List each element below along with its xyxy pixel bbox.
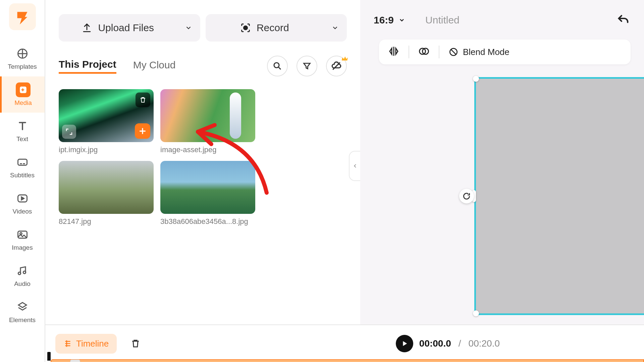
tab-this-project[interactable]: This Project [59,59,116,74]
left-sidebar: Templates Media Text Subtitles Videos Im… [0,0,45,362]
nav-media[interactable]: Media [0,76,45,113]
nav-templates[interactable]: Templates [0,40,45,76]
timeline-clip[interactable] [51,359,644,362]
timeline-icon [63,339,72,348]
media-thumb[interactable]: image-asset.jpeg [160,89,255,154]
elements-icon [15,300,30,314]
record-button[interactable]: Record [206,14,347,42]
media-thumb[interactable]: 3b38a606abe3456a...8.jpg [160,161,255,226]
videos-icon [15,191,30,206]
undo-button[interactable] [616,13,631,27]
add-media-button[interactable] [135,123,150,139]
blend-icon [448,47,459,57]
media-thumb[interactable]: ipt.imgix.jpg [59,89,154,154]
clip-handle[interactable] [70,360,80,362]
play-icon [401,340,408,347]
record-dropdown[interactable] [323,24,347,32]
search-icon [272,61,282,71]
media-filename: image-asset.jpeg [160,145,255,154]
time-total: 00:20.0 [469,338,500,349]
trash-icon [130,338,141,349]
timeline-track[interactable] [45,357,644,362]
chevron-down-icon [185,24,192,32]
canvas-panel: 16:9 Untitled Blend Mode [360,0,644,362]
project-title[interactable]: Untitled [425,14,460,26]
chevron-down-icon [398,17,405,23]
nav-text[interactable]: Text [0,113,45,149]
cloud-sync-button[interactable] [326,56,347,76]
nav-label: Videos [13,208,32,215]
svg-point-7 [244,26,247,29]
text-icon [15,119,30,133]
timeline-button[interactable]: Timeline [55,334,117,354]
nav-elements[interactable]: Elements [0,294,45,330]
time-current: 00:00.0 [419,338,451,349]
timeline-label: Timeline [76,339,109,349]
nav-label: Text [16,135,28,143]
svg-point-8 [274,63,279,68]
filter-icon [302,61,312,71]
subtitles-icon [15,155,30,170]
svg-rect-1 [18,159,27,165]
resize-handle[interactable] [473,76,479,82]
canvas-toolbar: Blend Mode [379,40,631,64]
mask-icon [418,45,430,57]
nav-videos[interactable]: Videos [0,185,45,221]
rotate-button[interactable] [459,189,474,203]
blend-mode-label: Blend Mode [463,47,509,57]
collapse-panel-button[interactable] [349,151,361,181]
delete-clip-button[interactable] [129,337,142,350]
record-icon [240,22,251,34]
filter-button[interactable] [297,56,317,76]
images-icon [15,227,30,242]
time-separator: / [459,338,461,349]
svg-point-5 [18,272,21,275]
cloud-off-icon [331,61,342,71]
app-logo [9,3,36,30]
expand-media-button[interactable] [62,125,76,139]
nav-label: Media [14,99,32,107]
record-label: Record [257,22,289,34]
canvas-viewport[interactable] [474,77,644,315]
nav-subtitles[interactable]: Subtitles [0,149,45,185]
bottom-bar: Timeline 00:00.0 / 00:20.0 [45,324,644,362]
search-button[interactable] [267,56,288,76]
chevron-down-icon [331,24,339,32]
ratio-value: 16:9 [374,14,394,26]
separator [439,46,439,58]
delete-media-button[interactable] [136,93,150,107]
media-panel: Upload Files Record This Project My Clou… [45,0,360,362]
nav-label: Images [12,244,33,251]
playhead[interactable] [47,352,51,361]
premium-crown-icon [341,55,348,62]
nav-label: Audio [14,280,31,288]
upload-dropdown[interactable] [177,24,200,32]
nav-label: Elements [9,316,36,324]
mask-button[interactable] [418,45,430,59]
upload-files-button[interactable]: Upload Files [59,14,200,42]
nav-label: Templates [8,63,37,70]
selection-frame[interactable] [474,77,644,315]
trash-icon [139,96,147,104]
flip-icon [388,45,400,57]
undo-icon [616,13,630,27]
nav-audio[interactable]: Audio [0,257,45,294]
flip-button[interactable] [388,45,400,59]
media-filename: 3b38a606abe3456a...8.jpg [160,217,255,226]
tab-my-cloud[interactable]: My Cloud [133,59,176,73]
nav-images[interactable]: Images [0,221,45,257]
blend-mode-button[interactable]: Blend Mode [448,47,509,57]
svg-point-6 [23,271,26,274]
templates-icon [15,46,30,61]
play-button[interactable] [396,335,413,352]
aspect-ratio-selector[interactable]: 16:9 [374,14,405,26]
media-thumb[interactable]: 82147.jpg [59,161,154,226]
separator [409,46,409,58]
media-filename: ipt.imgix.jpg [59,145,154,154]
expand-icon [65,128,73,136]
rotate-icon [462,192,471,200]
resize-handle[interactable] [473,310,479,316]
media-icon [16,82,31,97]
media-filename: 82147.jpg [59,217,154,226]
upload-label: Upload Files [98,22,154,34]
